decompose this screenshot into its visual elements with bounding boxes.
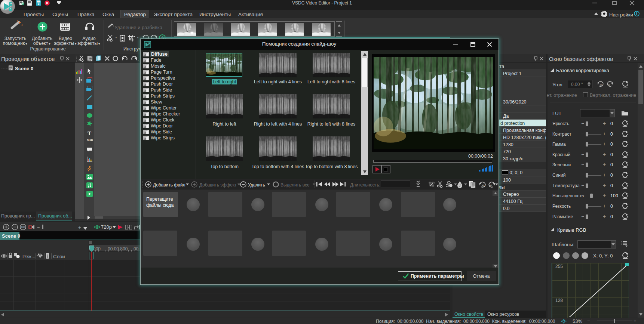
svg-text:100: 100 [21,226,25,228]
svg-text:90: 90 [600,84,602,86]
svg-text:90: 90 [608,84,610,86]
svg-text:90: 90 [482,184,485,187]
svg-text:90: 90 [489,184,492,187]
